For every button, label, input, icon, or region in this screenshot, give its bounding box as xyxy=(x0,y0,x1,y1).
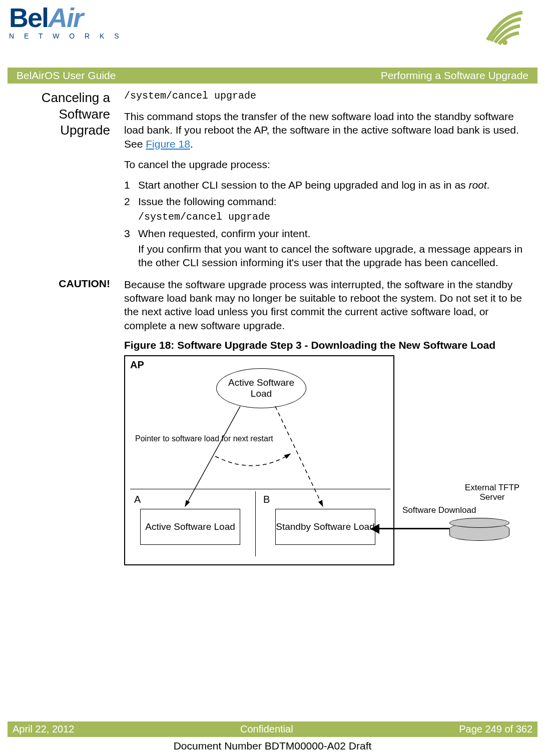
ap-container-box: AP Active Software Load Pointer to softw… xyxy=(124,355,394,565)
wifi-burst-icon xyxy=(480,5,525,48)
intro-text-2: . xyxy=(190,138,193,150)
document-number: Document Number BDTM00000-A02 Draft xyxy=(0,740,545,752)
logo-subtext: N E T W O R K S xyxy=(9,32,123,40)
ap-label: AP xyxy=(130,359,144,371)
page-header: BelAir N E T W O R K S xyxy=(0,0,545,68)
standby-load-box: Standby Software Load xyxy=(275,509,375,545)
intro-paragraph: This command stops the transfer of the n… xyxy=(124,110,526,151)
command-text: /system/cancel upgrade xyxy=(124,90,526,103)
server-label: External TFTP Server xyxy=(458,483,526,502)
pointer-label: Pointer to software load for next restar… xyxy=(135,434,273,443)
svg-point-0 xyxy=(502,40,507,45)
bank-a-label: A xyxy=(134,494,141,505)
tftp-server-icon xyxy=(449,518,509,542)
active-load-box: Active Software Load xyxy=(140,509,240,545)
footer-page: Page 249 of 362 xyxy=(459,723,532,735)
guide-title: BelAirOS User Guide xyxy=(17,70,116,82)
process-intro: To cancel the upgrade process: xyxy=(124,158,526,171)
title-bar: BelAirOS User Guide Performing a Softwar… xyxy=(8,68,537,84)
download-arrow-head xyxy=(370,524,379,534)
download-arrow-line xyxy=(374,528,449,529)
active-load-oval: Active Software Load xyxy=(216,368,306,408)
chapter-title: Performing a Software Upgrade xyxy=(381,70,528,82)
section-heading-column: Canceling a Software Upgrade xyxy=(9,90,114,273)
svg-line-3 xyxy=(275,406,323,506)
step-number: 3 xyxy=(124,227,138,270)
logo-suffix: Air xyxy=(48,3,83,33)
figure-caption: Figure 18: Software Upgrade Step 3 - Dow… xyxy=(124,339,526,351)
steps-list: 1 Start another CLI session to the AP be… xyxy=(124,178,526,269)
section-heading: Canceling a Software Upgrade xyxy=(9,90,110,139)
figure-link[interactable]: Figure 18 xyxy=(146,138,190,150)
diagram: AP Active Software Load Pointer to softw… xyxy=(124,355,526,570)
step-number: 1 xyxy=(124,178,138,192)
svg-line-2 xyxy=(185,406,240,506)
section-body: /system/cancel upgrade This command stop… xyxy=(124,90,526,273)
step-2: 2 Issue the following command: /system/c… xyxy=(124,195,526,223)
logo-prefix: Bel xyxy=(9,3,48,33)
bank-b-label: B xyxy=(263,494,270,505)
step-command: /system/cancel upgrade xyxy=(138,211,526,224)
footer-date: April 22, 2012 xyxy=(13,723,74,735)
footer-bar: April 22, 2012 Confidential Page 249 of … xyxy=(8,721,537,737)
caution-label: CAUTION! xyxy=(9,278,114,332)
step-sub-paragraph: If you confirm that you want to cancel t… xyxy=(138,242,526,270)
download-label: Software Download xyxy=(402,505,476,515)
step-1: 1 Start another CLI session to the AP be… xyxy=(124,178,526,192)
logo: BelAir N E T W O R K S xyxy=(9,4,123,40)
vertical-divider xyxy=(255,491,256,556)
main-content: Canceling a Software Upgrade /system/can… xyxy=(0,84,545,273)
figure-block: Figure 18: Software Upgrade Step 3 - Dow… xyxy=(124,339,526,570)
caution-text: Because the software upgrade process was… xyxy=(124,278,526,332)
footer-confidentiality: Confidential xyxy=(240,723,293,735)
step-body: When requested, confirm your intent. If … xyxy=(138,227,526,270)
horizontal-divider xyxy=(130,489,390,489)
step-body: Issue the following command: /system/can… xyxy=(138,195,526,223)
caution-block: CAUTION! Because the software upgrade pr… xyxy=(0,278,545,332)
logo-text: BelAir xyxy=(9,4,123,31)
step-number: 2 xyxy=(124,195,138,223)
step-body: Start another CLI session to the AP bein… xyxy=(138,178,526,192)
step-3: 3 When requested, confirm your intent. I… xyxy=(124,227,526,270)
